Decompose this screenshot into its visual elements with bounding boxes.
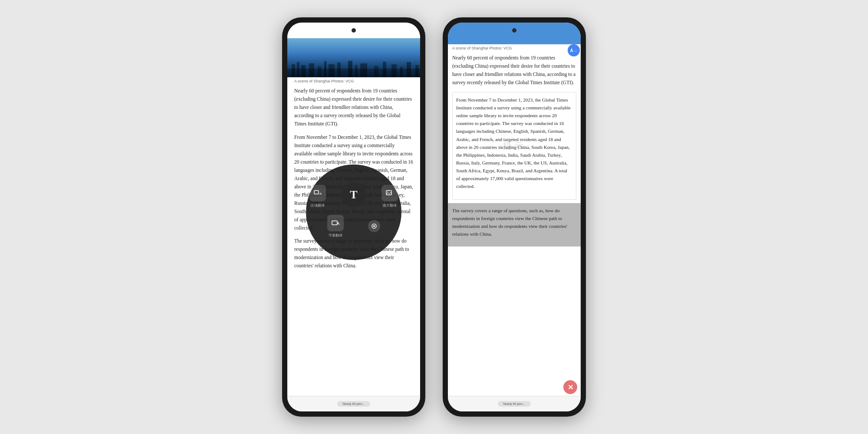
overlay-region-translate[interactable]: A 区域翻译: [309, 185, 326, 208]
overlay-T-letter: T: [350, 188, 357, 201]
overlay-center-button[interactable]: T: [342, 183, 366, 207]
caption-translate-label: 字幕翻译: [329, 233, 342, 238]
right-photo-credit: A scene of Shanghai Photos: VCG: [452, 46, 576, 50]
svg-rect-5: [318, 66, 321, 77]
svg-rect-12: [374, 66, 378, 77]
close-icon: ✕: [568, 383, 573, 391]
svg-point-22: [388, 192, 388, 193]
right-camera-dot: [512, 28, 516, 33]
overlay-top-icons: A 区域翻译 T: [309, 183, 398, 210]
svg-rect-7: [329, 64, 335, 77]
right-article-text: Nearly 60 percent of respondents from 19…: [452, 54, 576, 247]
svg-rect-15: [400, 67, 403, 77]
svg-rect-1: [292, 64, 295, 77]
svg-rect-2: [297, 62, 299, 77]
highlighted-paragraph-box: 提示 From November 7 to December 1, 2023, …: [452, 92, 576, 200]
right-para3: The survey covers a range of questions, …: [452, 207, 576, 238]
gray-area: The survey covers a range of questions, …: [448, 203, 581, 247]
right-article-content: A scene of Shanghai Photos: VCG Nearly 6…: [448, 44, 581, 396]
image-translate-icon[interactable]: [381, 185, 398, 201]
svg-rect-19: [314, 191, 319, 194]
right-highlighted-para: From November 7 to December 1, 2023, the…: [456, 96, 572, 191]
svg-rect-8: [337, 62, 341, 77]
skyline-svg: [287, 60, 420, 77]
translate-icon: A→: [570, 48, 577, 53]
svg-rect-11: [360, 63, 367, 77]
overlay-caption-translate[interactable]: A 字幕翻译: [327, 215, 344, 238]
left-bottom-pill: Nearly 60 perc...: [337, 401, 370, 407]
translate-badge[interactable]: A→: [568, 44, 580, 56]
svg-rect-6: [324, 61, 326, 77]
svg-text:A: A: [319, 192, 322, 196]
caption-translate-icon[interactable]: A: [327, 215, 344, 231]
left-photo-credit: A scene of Shanghai Photos: VCG: [294, 79, 413, 83]
overlay-image-translate[interactable]: 图片翻译: [381, 185, 398, 208]
svg-rect-14: [391, 64, 397, 77]
image-translate-label: 图片翻译: [383, 203, 397, 208]
region-translate-label: 区域翻译: [311, 203, 325, 208]
svg-rect-16: [407, 62, 411, 77]
camera-dot: [352, 28, 356, 33]
right-phone-screen: A→ A scene of Shanghai Photos: VCG Nearl…: [448, 23, 581, 411]
overlay-menu[interactable]: A 区域翻译 T: [306, 164, 401, 260]
left-phone-screen: A scene of Shanghai Photos: VCG Nearly 6…: [287, 23, 420, 411]
right-bottom-pill: Nearly 60 perc...: [498, 401, 530, 407]
right-phone: A→ A scene of Shanghai Photos: VCG Nearl…: [443, 17, 586, 417]
left-para1: Nearly 60 percent of respondents from 19…: [294, 87, 413, 128]
svg-point-26: [373, 225, 375, 227]
svg-rect-9: [348, 61, 352, 77]
svg-text:A: A: [337, 221, 340, 226]
overlay-settings-dot[interactable]: [368, 220, 380, 232]
svg-rect-0: [287, 69, 420, 77]
right-image-strip: [448, 38, 581, 44]
svg-rect-3: [301, 65, 306, 77]
region-translate-icon[interactable]: A: [309, 185, 326, 201]
svg-rect-10: [355, 65, 358, 77]
svg-rect-4: [309, 63, 314, 77]
right-para1: Nearly 60 percent of respondents from 19…: [452, 54, 576, 87]
article-image: [287, 38, 420, 77]
left-bottom-bar: Nearly 60 perc...: [287, 396, 420, 411]
close-button[interactable]: ✕: [563, 380, 577, 394]
svg-rect-13: [383, 62, 386, 77]
right-bottom-bar: Nearly 60 perc...: [448, 396, 581, 411]
right-phone-top-bar: [448, 23, 581, 38]
svg-rect-17: [415, 65, 419, 77]
left-phone-top-bar: [287, 23, 420, 38]
left-phone: A scene of Shanghai Photos: VCG Nearly 6…: [282, 17, 425, 417]
